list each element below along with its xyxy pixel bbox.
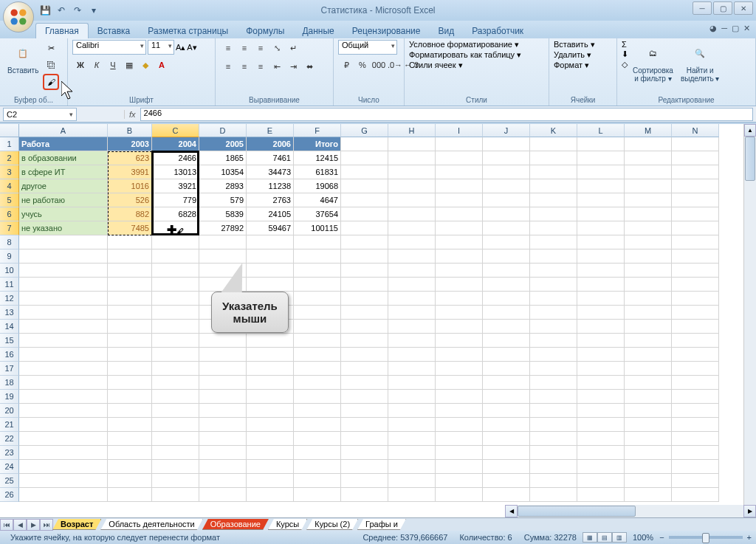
cell[interactable]	[625, 432, 672, 446]
cell[interactable]	[436, 179, 483, 193]
cell[interactable]	[152, 320, 199, 334]
cell[interactable]	[294, 488, 341, 502]
cell[interactable]	[577, 193, 625, 207]
cell[interactable]	[152, 235, 199, 249]
format-as-table-button[interactable]: Форматировать как таблицу ▾	[409, 50, 521, 60]
cell[interactable]	[19, 390, 108, 404]
cell[interactable]	[625, 207, 672, 221]
cell[interactable]	[483, 221, 530, 235]
cell[interactable]: 2466	[152, 151, 199, 165]
cell[interactable]	[388, 348, 436, 362]
cell[interactable]	[625, 249, 672, 264]
cell[interactable]	[577, 376, 625, 390]
cell[interactable]	[436, 348, 483, 362]
cell[interactable]	[672, 334, 719, 348]
cell[interactable]	[625, 179, 672, 193]
cell[interactable]	[247, 376, 294, 390]
cell[interactable]	[294, 320, 341, 334]
cell[interactable]	[247, 235, 294, 249]
cell[interactable]	[577, 362, 625, 376]
cell[interactable]	[672, 193, 719, 207]
cell[interactable]	[247, 264, 294, 278]
cell[interactable]	[672, 362, 719, 376]
cell[interactable]: 34473	[247, 165, 294, 179]
row-header[interactable]: 14	[0, 320, 19, 334]
cell[interactable]	[341, 151, 388, 165]
cell[interactable]	[152, 264, 199, 278]
cell[interactable]	[294, 404, 341, 418]
cell[interactable]	[199, 362, 247, 376]
cell[interactable]	[199, 446, 247, 460]
cell[interactable]	[483, 488, 530, 502]
cell[interactable]	[247, 278, 294, 292]
cell[interactable]	[483, 292, 530, 306]
column-header[interactable]: F	[294, 124, 341, 137]
cell[interactable]	[152, 488, 199, 502]
cell[interactable]	[530, 404, 577, 418]
row-header[interactable]: 11	[0, 278, 19, 292]
cell[interactable]	[625, 488, 672, 502]
cell[interactable]	[108, 235, 152, 249]
column-header[interactable]: K	[530, 124, 577, 137]
cell[interactable]: 1016	[108, 179, 152, 193]
cell[interactable]	[199, 404, 247, 418]
cell[interactable]	[152, 221, 199, 235]
cell[interactable]	[199, 418, 247, 432]
cell[interactable]	[625, 348, 672, 362]
cell[interactable]	[247, 249, 294, 264]
cell[interactable]	[294, 474, 341, 488]
cell[interactable]: не указано	[19, 221, 108, 235]
sheet-tab[interactable]: Графы и	[357, 519, 406, 530]
cell[interactable]	[483, 249, 530, 264]
cell[interactable]	[152, 249, 199, 264]
cell[interactable]	[388, 460, 436, 474]
cell[interactable]	[19, 264, 108, 278]
cell[interactable]	[577, 418, 625, 432]
merge-button[interactable]: ⬌	[301, 58, 317, 75]
wrap-text-button[interactable]: ↵	[285, 40, 301, 56]
row-header[interactable]: 22	[0, 432, 19, 446]
cell[interactable]	[341, 179, 388, 193]
cell[interactable]	[247, 488, 294, 502]
save-icon[interactable]: 💾	[38, 4, 52, 17]
worksheet-grid[interactable]: ABCDEFGHIJKLMN 1234567891011121314151617…	[0, 124, 756, 517]
row-header[interactable]: 26	[0, 488, 19, 502]
cell[interactable]	[436, 362, 483, 376]
row-header[interactable]: 9	[0, 249, 19, 264]
column-header[interactable]: E	[247, 124, 294, 137]
cell[interactable]	[341, 348, 388, 362]
align-bottom-button[interactable]: ≡	[252, 40, 269, 56]
cell[interactable]: 2763	[247, 193, 294, 207]
cell[interactable]	[672, 474, 719, 488]
cell[interactable]	[108, 474, 152, 488]
cell[interactable]	[247, 446, 294, 460]
row-header[interactable]: 8	[0, 235, 19, 249]
cell[interactable]	[152, 348, 199, 362]
ribbon-minimize-icon[interactable]: ─	[721, 24, 727, 33]
cell[interactable]: Работа	[19, 137, 108, 151]
insert-cells-button[interactable]: Вставить ▾	[554, 40, 595, 49]
cell[interactable]: 100115	[294, 221, 341, 235]
cell[interactable]	[388, 151, 436, 165]
qat-dropdown-icon[interactable]: ▾	[87, 4, 100, 17]
page-layout-view-button[interactable]: ▤	[597, 532, 612, 543]
cell[interactable]	[530, 348, 577, 362]
cell[interactable]	[388, 165, 436, 179]
cell[interactable]	[388, 446, 436, 460]
italic-button[interactable]: К	[89, 57, 105, 73]
cell[interactable]	[625, 320, 672, 334]
fill-color-button[interactable]: ◆	[137, 57, 154, 73]
column-header[interactable]: B	[108, 124, 152, 137]
cell[interactable]	[672, 390, 719, 404]
cell[interactable]	[341, 460, 388, 474]
row-header[interactable]: 23	[0, 446, 19, 460]
select-all-button[interactable]	[0, 124, 19, 137]
percent-button[interactable]: %	[354, 57, 371, 73]
cell[interactable]	[108, 320, 152, 334]
cell[interactable]	[672, 137, 719, 151]
cell[interactable]	[108, 278, 152, 292]
cell[interactable]	[19, 334, 108, 348]
cell[interactable]	[483, 179, 530, 193]
align-left-button[interactable]: ≡	[220, 58, 236, 75]
cell[interactable]	[530, 193, 577, 207]
